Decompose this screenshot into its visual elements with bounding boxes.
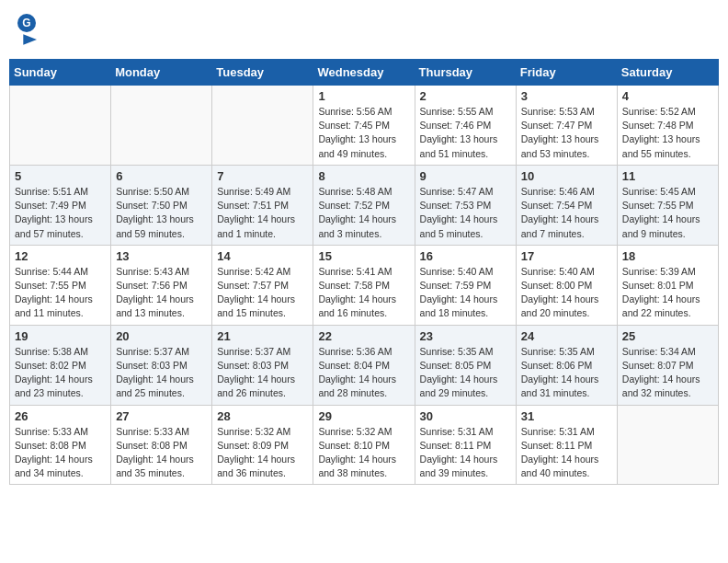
calendar-week-3: 12Sunrise: 5:44 AMSunset: 7:55 PMDayligh…	[10, 245, 719, 325]
weekday-header-monday: Monday	[111, 60, 212, 86]
day-info: Sunrise: 5:31 AMSunset: 8:11 PMDaylight:…	[521, 425, 612, 481]
day-number: 23	[420, 329, 511, 343]
calendar-week-2: 5Sunrise: 5:51 AMSunset: 7:49 PMDaylight…	[10, 165, 719, 245]
day-number: 17	[521, 249, 612, 263]
day-info: Sunrise: 5:34 AMSunset: 8:07 PMDaylight:…	[622, 345, 713, 401]
calendar-cell	[617, 405, 718, 485]
calendar-cell	[212, 86, 313, 166]
day-number: 10	[521, 169, 612, 183]
day-info: Sunrise: 5:38 AMSunset: 8:02 PMDaylight:…	[15, 345, 106, 401]
calendar-cell: 21Sunrise: 5:37 AMSunset: 8:03 PMDayligh…	[212, 325, 313, 405]
day-number: 29	[318, 409, 409, 423]
weekday-header-thursday: Thursday	[415, 60, 516, 86]
day-number: 12	[15, 249, 106, 263]
day-info: Sunrise: 5:39 AMSunset: 8:01 PMDaylight:…	[622, 265, 713, 321]
calendar-week-5: 26Sunrise: 5:33 AMSunset: 8:08 PMDayligh…	[10, 405, 719, 485]
calendar-cell: 2Sunrise: 5:55 AMSunset: 7:46 PMDaylight…	[415, 86, 516, 166]
calendar-week-4: 19Sunrise: 5:38 AMSunset: 8:02 PMDayligh…	[10, 325, 719, 405]
day-number: 14	[217, 249, 308, 263]
day-number: 20	[116, 329, 207, 343]
svg-text:G: G	[22, 17, 30, 29]
day-info: Sunrise: 5:37 AMSunset: 8:03 PMDaylight:…	[217, 345, 308, 401]
calendar-cell: 11Sunrise: 5:45 AMSunset: 7:55 PMDayligh…	[617, 165, 718, 245]
calendar-cell: 25Sunrise: 5:34 AMSunset: 8:07 PMDayligh…	[617, 325, 718, 405]
day-info: Sunrise: 5:35 AMSunset: 8:05 PMDaylight:…	[420, 345, 511, 401]
calendar-cell: 17Sunrise: 5:40 AMSunset: 8:00 PMDayligh…	[516, 245, 617, 325]
day-number: 2	[420, 89, 511, 103]
day-info: Sunrise: 5:56 AMSunset: 7:45 PMDaylight:…	[318, 105, 409, 161]
calendar-cell: 18Sunrise: 5:39 AMSunset: 8:01 PMDayligh…	[617, 245, 718, 325]
day-number: 18	[622, 249, 713, 263]
calendar-cell: 7Sunrise: 5:49 AMSunset: 7:51 PMDaylight…	[212, 165, 313, 245]
calendar-cell: 23Sunrise: 5:35 AMSunset: 8:05 PMDayligh…	[415, 325, 516, 405]
day-info: Sunrise: 5:44 AMSunset: 7:55 PMDaylight:…	[15, 265, 106, 321]
day-info: Sunrise: 5:40 AMSunset: 7:59 PMDaylight:…	[420, 265, 511, 321]
day-info: Sunrise: 5:32 AMSunset: 8:10 PMDaylight:…	[318, 425, 409, 481]
day-info: Sunrise: 5:40 AMSunset: 8:00 PMDaylight:…	[521, 265, 612, 321]
calendar-cell	[10, 86, 111, 166]
day-info: Sunrise: 5:42 AMSunset: 7:57 PMDaylight:…	[217, 265, 308, 321]
day-info: Sunrise: 5:32 AMSunset: 8:09 PMDaylight:…	[217, 425, 308, 481]
calendar-cell: 9Sunrise: 5:47 AMSunset: 7:53 PMDaylight…	[415, 165, 516, 245]
calendar-cell: 13Sunrise: 5:43 AMSunset: 7:56 PMDayligh…	[111, 245, 212, 325]
day-number: 9	[420, 169, 511, 183]
weekday-header-row: SundayMondayTuesdayWednesdayThursdayFrid…	[10, 60, 719, 86]
calendar-cell: 30Sunrise: 5:31 AMSunset: 8:11 PMDayligh…	[415, 405, 516, 485]
day-number: 15	[318, 249, 409, 263]
day-number: 16	[420, 249, 511, 263]
day-number: 31	[521, 409, 612, 423]
calendar-cell: 27Sunrise: 5:33 AMSunset: 8:08 PMDayligh…	[111, 405, 212, 485]
day-number: 4	[622, 89, 713, 103]
day-info: Sunrise: 5:51 AMSunset: 7:49 PMDaylight:…	[15, 185, 106, 241]
calendar-cell: 29Sunrise: 5:32 AMSunset: 8:10 PMDayligh…	[313, 405, 415, 485]
calendar-cell: 10Sunrise: 5:46 AMSunset: 7:54 PMDayligh…	[516, 165, 617, 245]
calendar-cell: 8Sunrise: 5:48 AMSunset: 7:52 PMDaylight…	[313, 165, 415, 245]
calendar-cell: 16Sunrise: 5:40 AMSunset: 7:59 PMDayligh…	[415, 245, 516, 325]
day-info: Sunrise: 5:37 AMSunset: 8:03 PMDaylight:…	[116, 345, 207, 401]
calendar-cell: 5Sunrise: 5:51 AMSunset: 7:49 PMDaylight…	[10, 165, 111, 245]
calendar-cell: 19Sunrise: 5:38 AMSunset: 8:02 PMDayligh…	[10, 325, 111, 405]
day-info: Sunrise: 5:49 AMSunset: 7:51 PMDaylight:…	[217, 185, 308, 241]
day-info: Sunrise: 5:45 AMSunset: 7:55 PMDaylight:…	[622, 185, 713, 241]
calendar-cell: 28Sunrise: 5:32 AMSunset: 8:09 PMDayligh…	[212, 405, 313, 485]
day-info: Sunrise: 5:52 AMSunset: 7:48 PMDaylight:…	[622, 105, 713, 161]
day-number: 26	[15, 409, 106, 423]
calendar-cell: 22Sunrise: 5:36 AMSunset: 8:04 PMDayligh…	[313, 325, 415, 405]
day-number: 11	[622, 169, 713, 183]
logo: G	[17, 13, 40, 50]
day-number: 6	[116, 169, 207, 183]
calendar-table: SundayMondayTuesdayWednesdayThursdayFrid…	[9, 59, 719, 485]
day-info: Sunrise: 5:53 AMSunset: 7:47 PMDaylight:…	[521, 105, 612, 161]
day-info: Sunrise: 5:46 AMSunset: 7:54 PMDaylight:…	[521, 185, 612, 241]
page-header: G	[9, 9, 719, 53]
day-info: Sunrise: 5:35 AMSunset: 8:06 PMDaylight:…	[521, 345, 612, 401]
day-info: Sunrise: 5:31 AMSunset: 8:11 PMDaylight:…	[420, 425, 511, 481]
day-number: 13	[116, 249, 207, 263]
day-number: 1	[318, 89, 409, 103]
calendar-cell: 26Sunrise: 5:33 AMSunset: 8:08 PMDayligh…	[10, 405, 111, 485]
day-info: Sunrise: 5:33 AMSunset: 8:08 PMDaylight:…	[15, 425, 106, 481]
weekday-header-friday: Friday	[516, 60, 617, 86]
calendar-cell: 12Sunrise: 5:44 AMSunset: 7:55 PMDayligh…	[10, 245, 111, 325]
day-info: Sunrise: 5:43 AMSunset: 7:56 PMDaylight:…	[116, 265, 207, 321]
day-info: Sunrise: 5:55 AMSunset: 7:46 PMDaylight:…	[420, 105, 511, 161]
calendar-cell: 14Sunrise: 5:42 AMSunset: 7:57 PMDayligh…	[212, 245, 313, 325]
svg-marker-2	[23, 34, 37, 45]
calendar-cell: 31Sunrise: 5:31 AMSunset: 8:11 PMDayligh…	[516, 405, 617, 485]
calendar-cell: 6Sunrise: 5:50 AMSunset: 7:50 PMDaylight…	[111, 165, 212, 245]
weekday-header-wednesday: Wednesday	[313, 60, 415, 86]
day-info: Sunrise: 5:50 AMSunset: 7:50 PMDaylight:…	[116, 185, 207, 241]
day-number: 28	[217, 409, 308, 423]
day-number: 22	[318, 329, 409, 343]
day-info: Sunrise: 5:33 AMSunset: 8:08 PMDaylight:…	[116, 425, 207, 481]
weekday-header-saturday: Saturday	[617, 60, 718, 86]
calendar-cell: 3Sunrise: 5:53 AMSunset: 7:47 PMDaylight…	[516, 86, 617, 166]
day-number: 7	[217, 169, 308, 183]
day-number: 27	[116, 409, 207, 423]
day-info: Sunrise: 5:48 AMSunset: 7:52 PMDaylight:…	[318, 185, 409, 241]
day-info: Sunrise: 5:47 AMSunset: 7:53 PMDaylight:…	[420, 185, 511, 241]
calendar-week-1: 1Sunrise: 5:56 AMSunset: 7:45 PMDaylight…	[10, 86, 719, 166]
day-info: Sunrise: 5:36 AMSunset: 8:04 PMDaylight:…	[318, 345, 409, 401]
weekday-header-sunday: Sunday	[10, 60, 111, 86]
weekday-header-tuesday: Tuesday	[212, 60, 313, 86]
